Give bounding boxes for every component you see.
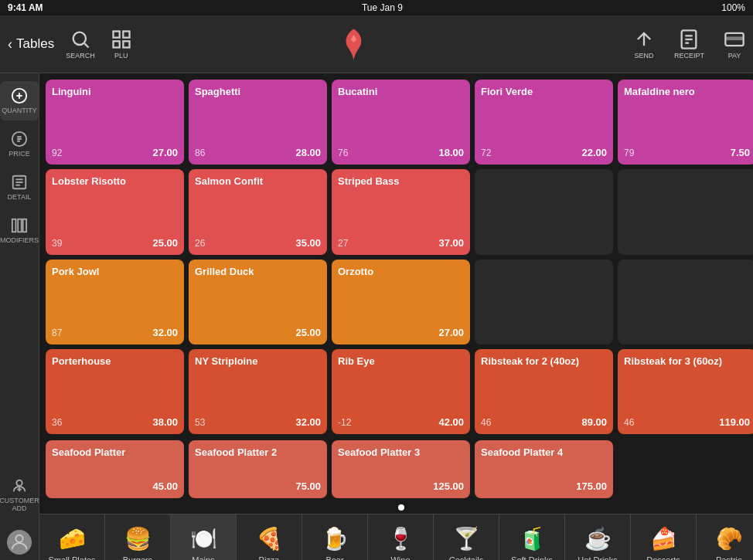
back-icon: ‹ [8, 36, 12, 53]
menu-item-seafood-platter-3[interactable]: Seafood Platter 3 125.00 [332, 440, 470, 498]
category-hot-drinks-label: Hot Drinks [578, 555, 617, 561]
menu-item-linguini[interactable]: Linguini 92 27.00 [46, 80, 184, 165]
menu-item-seafood-platter-4[interactable]: Seafood Platter 4 175.00 [475, 440, 613, 498]
sidebar-detail-label: DETAIL [8, 193, 32, 201]
sidebar-modifiers-label: MODIFIERS [0, 236, 39, 244]
sidebar-item-quantity[interactable]: QUANTITY [0, 81, 39, 120]
menu-item-seafood-platter[interactable]: Seafood Platter 45.00 [46, 440, 184, 498]
plu-label: PLU [114, 52, 128, 59]
sidebar-customer-label: CUSTOMER ADD [0, 497, 39, 512]
menu-grid: Linguini 92 27.00 Spaghetti 86 28.00 Buc… [39, 73, 753, 440]
menu-item-spaghetti[interactable]: Spaghetti 86 28.00 [189, 80, 327, 165]
svg-point-24 [16, 480, 22, 486]
svg-line-1 [84, 43, 88, 47]
svg-rect-21 [12, 219, 16, 232]
menu-item-porterhouse[interactable]: Porterhouse 36 38.00 [46, 349, 184, 434]
menu-item-mafaldine[interactable]: Mafaldine nero 79 7.50 [618, 80, 753, 165]
category-desserts[interactable]: 🍰 Desserts [631, 514, 697, 560]
sidebar-item-customer[interactable]: CUSTOMER ADD [0, 471, 39, 518]
pay-label: PAY [728, 52, 741, 59]
category-burgers-label: Burgers [123, 555, 153, 561]
receipt-button[interactable]: RECEIPT [674, 29, 704, 59]
category-mains-label: Mains [192, 555, 214, 561]
plu-button[interactable]: PLU [111, 29, 132, 59]
menu-item-empty-5 [618, 440, 753, 498]
category-beer[interactable]: 🍺 Beer [302, 514, 368, 560]
sidebar-quantity-label: QUANTITY [2, 107, 37, 114]
send-button[interactable]: SEND [633, 29, 655, 59]
menu-item-empty-3 [475, 260, 613, 344]
category-mains[interactable]: 🍽️ Mains [171, 514, 237, 560]
svg-rect-5 [123, 41, 129, 47]
menu-item-orzotto[interactable]: Orzotto 27.00 [332, 260, 470, 344]
category-pastries-label: Pastrie [716, 555, 742, 561]
left-sidebar: QUANTITY PRICE DETAIL MODIFIERS CUSTOMER… [0, 73, 39, 560]
category-small-plates[interactable]: 🧀 Small Plates [39, 514, 105, 560]
menu-item-ribsteak-3[interactable]: Ribsteak for 3 (60oz) 46 119.00 [618, 349, 753, 434]
status-day: Tue Jan 9 [362, 2, 403, 13]
category-cocktails-label: Cocktails [449, 555, 484, 561]
menu-item-fiori-verde[interactable]: Fiori Verde 72 22.00 [475, 80, 613, 165]
app-logo [338, 25, 369, 63]
svg-point-0 [73, 32, 86, 45]
send-label: SEND [634, 52, 653, 59]
category-soft-drinks-label: Soft Drinks [511, 555, 553, 561]
category-small-plates-label: Small Plates [48, 555, 95, 561]
sidebar-item-modifiers[interactable]: MODIFIERS [0, 211, 39, 250]
sidebar-item-price[interactable]: PRICE [0, 124, 39, 164]
pay-button[interactable]: PAY [724, 29, 745, 59]
menu-item-ny-striploine[interactable]: NY Striploine 53 32.00 [189, 349, 327, 434]
status-time: 9:41 AM [8, 2, 43, 13]
category-pizza-label: Pizza [259, 555, 280, 561]
category-wine[interactable]: 🍷 Wine [368, 514, 434, 560]
svg-rect-23 [23, 219, 27, 232]
svg-rect-4 [113, 41, 119, 47]
status-battery: 100% [721, 2, 745, 13]
search-button[interactable]: SEARCH [66, 29, 95, 59]
menu-item-ribsteak-2[interactable]: Ribsteak for 2 (40oz) 46 89.00 [475, 349, 613, 434]
back-button[interactable]: ‹ Tables [8, 36, 54, 53]
menu-item-pork-jowl[interactable]: Pork Jowl 87 32.00 [46, 260, 184, 344]
receipt-label: RECEIPT [674, 52, 704, 59]
sidebar-price-label: PRICE [9, 150, 30, 158]
category-pastries[interactable]: 🥐 Pastrie [697, 514, 753, 560]
back-label: Tables [16, 36, 54, 52]
menu-item-grilled-duck[interactable]: Grilled Duck 25.00 [189, 260, 327, 344]
menu-item-salmon-confit[interactable]: Salmon Confit 26 35.00 [189, 169, 327, 254]
svg-rect-3 [123, 32, 129, 38]
category-cocktails[interactable]: 🍸 Cocktails [434, 514, 499, 560]
menu-item-striped-bass[interactable]: Striped Bass 27 37.00 [332, 169, 470, 254]
category-hot-drinks[interactable]: ☕ Hot Drinks [565, 514, 631, 560]
svg-rect-2 [113, 32, 119, 38]
menu-item-rib-eye[interactable]: Rib Eye -12 42.00 [332, 349, 470, 434]
category-pizza[interactable]: 🍕 Pizza [237, 514, 302, 560]
category-wine-label: Wine [390, 555, 410, 561]
menu-item-empty-4 [618, 260, 753, 344]
menu-item-bucatini[interactable]: Bucatini 76 18.00 [332, 80, 470, 165]
category-burgers[interactable]: 🍔 Burgers [105, 514, 171, 560]
menu-item-empty-2 [618, 169, 753, 254]
svg-rect-12 [725, 37, 743, 41]
svg-rect-22 [18, 219, 22, 232]
user-avatar [7, 530, 32, 555]
category-bar: 🧀 Small Plates 🍔 Burgers 🍽️ Mains 🍕 Pizz… [39, 514, 753, 560]
sidebar-item-detail[interactable]: DETAIL [0, 168, 39, 207]
category-soft-drinks[interactable]: 🧃 Soft Drinks [499, 514, 565, 560]
pagination [39, 501, 753, 514]
menu-item-lobster-risotto[interactable]: Lobster Risotto 39 25.00 [46, 169, 184, 254]
menu-item-seafood-platter-2[interactable]: Seafood Platter 2 75.00 [189, 440, 327, 498]
category-desserts-label: Desserts [646, 555, 680, 561]
svg-point-27 [15, 535, 22, 542]
search-label: SEARCH [66, 52, 95, 59]
menu-item-empty-1 [475, 169, 613, 254]
category-beer-label: Beer [325, 555, 343, 561]
